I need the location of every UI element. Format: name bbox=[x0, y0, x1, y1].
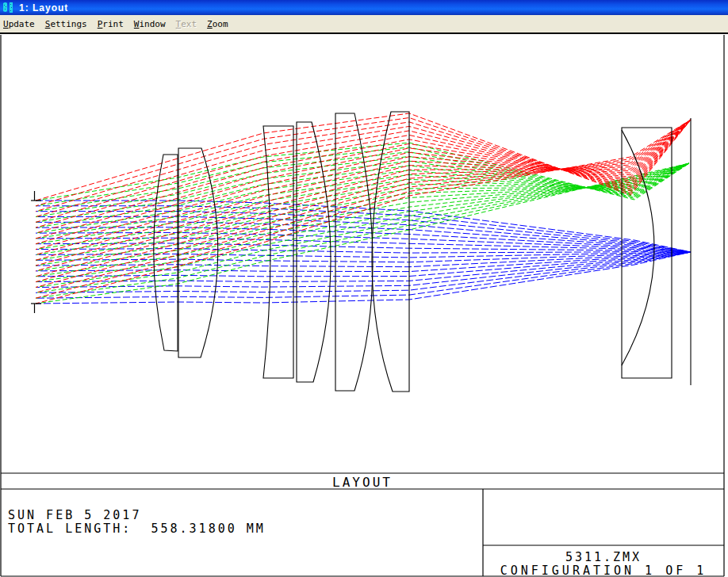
window-title: 1: Layout bbox=[19, 2, 68, 13]
title-bar[interactable]: 1: Layout bbox=[0, 0, 728, 15]
plot-title: LAYOUT bbox=[1, 475, 724, 490]
lens-element-4 bbox=[297, 122, 331, 382]
ray-field-green bbox=[36, 163, 689, 298]
ray-field-green bbox=[36, 163, 689, 304]
menu-item-print[interactable]: Print bbox=[98, 19, 124, 29]
drawing-area bbox=[0, 34, 728, 577]
layout-window: 1: Layout UpdateSettingsPrintWindowTextZ… bbox=[0, 0, 728, 577]
ray-field-red bbox=[36, 120, 691, 212]
plot-date: SUN FEB 5 2017 bbox=[8, 508, 141, 522]
zemax-plot-icon bbox=[2, 2, 15, 13]
window-icon[interactable] bbox=[2, 2, 15, 13]
menu-item-update[interactable]: Update bbox=[3, 19, 35, 29]
lens-file-name: 5311.ZMX bbox=[483, 550, 724, 564]
menu-bar: UpdateSettingsPrintWindowTextZoom bbox=[0, 15, 728, 32]
menu-item-zoom[interactable]: Zoom bbox=[207, 19, 228, 29]
lens-element-3 bbox=[263, 126, 293, 378]
menu-item-text: Text bbox=[176, 19, 197, 29]
menu-item-settings[interactable]: Settings bbox=[45, 19, 87, 29]
ray-field-red bbox=[36, 120, 691, 298]
configuration-text: CONFIGURATION 1 OF 1 bbox=[483, 564, 724, 577]
total-length-text: TOTAL LENGTH: 558.31800 MM bbox=[8, 522, 266, 536]
ray-field-red bbox=[36, 120, 691, 288]
optical-layout-svg bbox=[0, 34, 728, 577]
menu-item-window[interactable]: Window bbox=[134, 19, 166, 29]
ray-field-red bbox=[36, 120, 691, 217]
